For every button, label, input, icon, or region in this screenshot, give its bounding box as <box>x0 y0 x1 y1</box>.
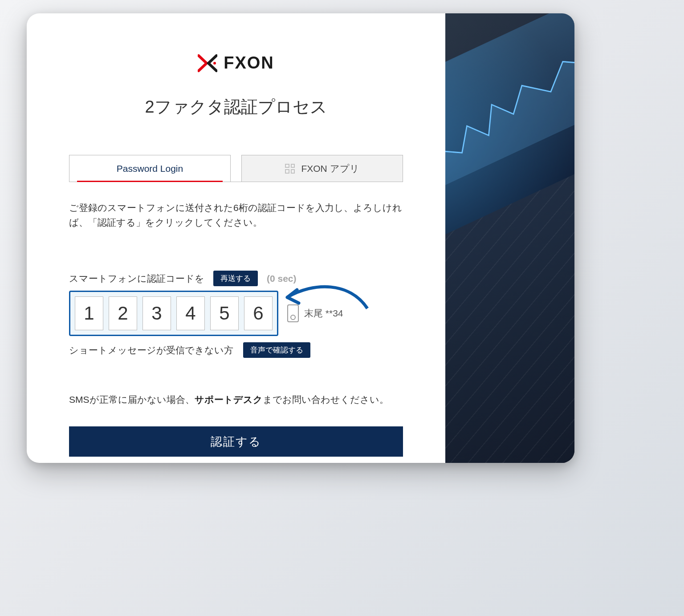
resend-row: スマートフォンに認証コードを 再送する (0 sec) <box>69 271 403 286</box>
code-digit-2[interactable] <box>109 296 137 330</box>
auth-method-tabs: Password Login FXON アプリ <box>69 155 403 182</box>
voice-label: ショートメッセージが受信できない方 <box>69 344 233 357</box>
tab-password-label: Password Login <box>117 163 183 174</box>
page-title: 2ファクタ認証プロセス <box>69 96 403 118</box>
support-prefix: SMSが正常に届かない場合、 <box>69 394 195 405</box>
decorative-finance-panel <box>445 13 574 463</box>
support-text: SMSが正常に届かない場合、サポートデスクまでお問い合わせください。 <box>69 393 403 406</box>
code-entry-area: 末尾 **34 <box>69 291 403 336</box>
device-info: 末尾 **34 <box>287 304 343 322</box>
resend-button[interactable]: 再送する <box>213 271 258 286</box>
authenticate-button[interactable]: 認証する <box>69 426 403 457</box>
code-digit-6[interactable] <box>244 296 273 330</box>
voice-confirm-button[interactable]: 音声で確認する <box>243 342 310 358</box>
qr-code-icon <box>285 164 295 174</box>
device-tail-label: 末尾 **34 <box>304 307 343 320</box>
tab-password-login[interactable]: Password Login <box>69 155 231 182</box>
code-digit-1[interactable] <box>75 296 103 330</box>
brand-logo-text: FXON <box>224 53 274 73</box>
auth-form-panel: FXON 2ファクタ認証プロセス Password Login FXON アプリ… <box>27 13 445 463</box>
resend-timer: (0 sec) <box>267 273 297 284</box>
voice-row: ショートメッセージが受信できない方 音声で確認する <box>69 342 403 358</box>
tab-fxon-app[interactable]: FXON アプリ <box>241 155 403 182</box>
brand-logo-mark <box>198 54 217 73</box>
support-suffix: までお問い合わせください。 <box>263 394 389 405</box>
code-digit-3[interactable] <box>142 296 171 330</box>
smartphone-icon <box>287 304 299 322</box>
code-digit-5[interactable] <box>210 296 239 330</box>
tab-active-indicator <box>77 181 223 182</box>
auth-card: FXON 2ファクタ認証プロセス Password Login FXON アプリ… <box>27 13 574 463</box>
code-input-group <box>69 291 278 336</box>
svg-point-0 <box>213 62 216 65</box>
decorative-chart-line <box>445 34 574 198</box>
support-desk-link[interactable]: サポートデスク <box>195 394 263 405</box>
brand-logo: FXON <box>69 53 403 73</box>
resend-label: スマートフォンに認証コードを <box>69 272 204 285</box>
code-digit-4[interactable] <box>176 296 205 330</box>
tab-app-label: FXON アプリ <box>301 162 359 175</box>
instructions-text: ご登録のスマートフォンに送付された6桁の認証コードを入力し、よろしければ、「認証… <box>69 201 403 230</box>
